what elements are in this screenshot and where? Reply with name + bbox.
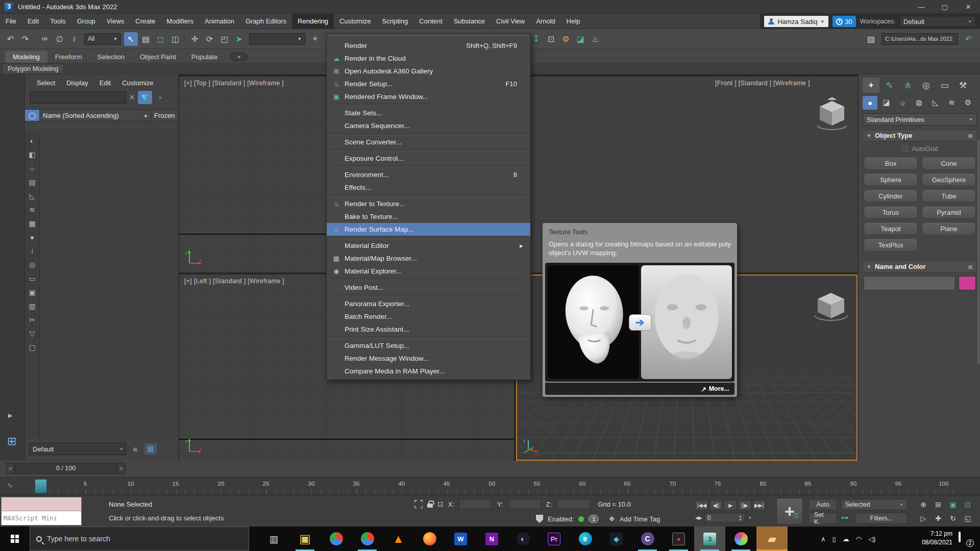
menu-item[interactable]: Camera Sequencer... — [327, 119, 530, 132]
menu-item[interactable]: Bake to Texture... — [327, 210, 530, 223]
maxscript-mini-listener[interactable]: MAXScript Mini — [1, 497, 82, 525]
menu-bar-item[interactable]: Group — [71, 14, 101, 29]
create-category-icon[interactable]: ☼ — [895, 96, 910, 110]
toolbar-icon[interactable]: ▤ — [139, 32, 153, 46]
name-color-rollout[interactable]: ▼ Name and Color ▦ — [863, 261, 977, 272]
tooltip-more-link[interactable]: ↗ More... — [545, 383, 734, 395]
menu-bar-item[interactable]: Modifiers — [161, 14, 199, 29]
toolbar-icon[interactable]: ◻ — [154, 32, 167, 46]
reference-coordinate-dropdown[interactable]: ▼ — [249, 33, 305, 45]
primitive-button[interactable]: Tube — [922, 189, 976, 203]
menu-bar-item[interactable]: Scripting — [377, 14, 414, 29]
notification-count-badge[interactable]: 1 — [589, 515, 599, 523]
toolbar-icon[interactable]: ↖ — [124, 32, 138, 46]
command-panel-tab-icon[interactable]: + — [863, 78, 879, 93]
set-key-button[interactable]: Set K. — [808, 513, 837, 524]
mini-curve-editor-icon[interactable]: ∿ — [7, 482, 13, 489]
display-filter-icon[interactable]: ▢ — [26, 340, 38, 354]
create-category-icon[interactable]: ● — [863, 96, 877, 110]
toolbar-icon[interactable]: ◫ — [168, 32, 182, 46]
menu-item[interactable]: State Sets... — [327, 107, 530, 119]
viewport-label[interactable]: [Front ] [Standard ] [Wireframe ] — [715, 80, 810, 87]
x-coordinate-field[interactable] — [459, 499, 493, 509]
toolbar-icon[interactable]: ➤ — [232, 32, 246, 46]
trial-days-badge[interactable]: 30 — [832, 16, 855, 27]
ribbon-tab[interactable]: Selection — [90, 51, 132, 63]
taskbar-app[interactable]: ◐ — [507, 527, 538, 551]
tray-icon[interactable]: ◠ — [856, 535, 862, 543]
viewport-nav-icon[interactable]: ✚ — [931, 512, 945, 525]
ribbon-tab[interactable]: Modeling — [5, 51, 47, 63]
menu-item[interactable]: Scene Converter... — [327, 136, 530, 148]
taskbar-clock[interactable]: 7:12 pm 08/08/2021 — [914, 530, 952, 547]
menu-item[interactable]: ♨ Render to Texture... — [327, 197, 530, 210]
menu-bar-item[interactable]: Rendering — [292, 14, 334, 29]
notification-center[interactable]: 2 — [959, 533, 971, 544]
menu-item[interactable]: Compare Media in RAM Player... — [327, 365, 530, 378]
create-category-icon[interactable]: ◺ — [928, 96, 943, 110]
viewport-label[interactable]: [+] [Top ] [Standard ] [Wireframe ] — [184, 80, 284, 87]
menu-item[interactable]: Print Size Assistant... — [327, 323, 530, 336]
filters-button[interactable]: Filters... — [855, 513, 908, 524]
display-filter-icon[interactable]: ☼ — [26, 161, 38, 175]
primitive-button[interactable]: Sphere — [864, 173, 918, 186]
menu-bar-item[interactable]: Substance — [448, 14, 491, 29]
toolbar-icon[interactable]: ◰ — [217, 32, 231, 46]
viewport-nav-icon[interactable]: ⊞ — [931, 498, 945, 511]
ribbon-tab[interactable]: Populate — [184, 51, 225, 63]
layers-icon[interactable]: ≡ — [129, 443, 141, 455]
menu-item[interactable]: Environment... 8 — [327, 168, 530, 181]
menu-bar-item[interactable]: Content — [413, 14, 448, 29]
display-filter-icon[interactable]: ▥ — [26, 299, 38, 313]
menu-bar-item[interactable]: Animation — [199, 14, 240, 29]
playback-button[interactable]: ||▶ — [738, 500, 751, 510]
viewport-layout-tabs-icon[interactable]: ⊞ — [4, 435, 19, 448]
toolbar-icon[interactable]: ⟳ — [203, 32, 216, 46]
toolbar-icon[interactable] — [33, 32, 37, 46]
primitive-button[interactable]: Teapot — [864, 222, 918, 235]
create-category-icon[interactable]: ≋ — [944, 96, 959, 110]
taskbar-app[interactable]: W — [445, 527, 476, 551]
display-filter-icon[interactable]: ✂ — [26, 313, 38, 327]
command-panel-tab-icon[interactable]: ▭ — [936, 78, 953, 93]
time-configuration-icon[interactable]: ◔ — [747, 514, 751, 522]
track-bar[interactable]: ∿ 05101520253035404550556065707580859095… — [0, 477, 980, 495]
menu-bar-item[interactable]: Create — [130, 14, 161, 29]
clear-search-icon[interactable]: ✕ — [129, 93, 135, 102]
add-time-tag[interactable]: Add Time Tag — [620, 515, 660, 523]
toolbar-icon[interactable]: ⌖ — [308, 32, 322, 46]
spinner-up-icon[interactable]: ▲ — [739, 514, 742, 518]
playback-button[interactable]: |◀◀ — [695, 500, 708, 510]
menu-item[interactable]: Effects... — [327, 181, 530, 194]
time-slider-handle[interactable] — [35, 479, 47, 493]
display-filter-icon[interactable]: ▩ — [26, 216, 38, 230]
spinner-down-icon[interactable]: ▼ — [739, 518, 742, 521]
scene-explorer-menu[interactable]: Select — [32, 79, 60, 87]
viewport-nav-icon[interactable]: ◱ — [961, 512, 975, 525]
display-filter-icon[interactable]: ◎ — [26, 258, 38, 271]
create-category-icon[interactable]: ◍ — [912, 96, 926, 110]
enabled-indicator[interactable] — [578, 516, 584, 522]
menu-bar-item[interactable]: Help — [561, 14, 586, 29]
history-icon[interactable]: ↶ — [962, 32, 975, 46]
primitive-button[interactable]: Plane — [922, 222, 976, 235]
previous-frame-button[interactable]: < — [6, 463, 15, 474]
menu-item[interactable]: ◉ Material Explorer... — [327, 265, 530, 278]
taskbar-app[interactable] — [725, 527, 756, 551]
taskbar-app[interactable] — [414, 527, 445, 551]
viewcube-icon[interactable] — [814, 96, 850, 135]
scene-explorer-menu[interactable]: Edit — [95, 79, 115, 87]
taskbar-app[interactable]: Pr — [538, 527, 570, 551]
toolbar-icon[interactable]: ↷ — [18, 32, 32, 46]
display-filter-icon[interactable]: ◐ — [26, 134, 38, 147]
display-filter-icon[interactable]: ▤ — [26, 175, 38, 189]
expand-arrow-icon[interactable]: ▶ — [8, 412, 12, 419]
viewport-nav-icon[interactable]: ↻ — [946, 512, 960, 525]
toolbar-icon[interactable]: ∅ — [53, 32, 66, 46]
menu-item[interactable] — [330, 278, 527, 281]
menu-tearoff-handle[interactable] — [330, 35, 527, 38]
viewport-nav-icon[interactable]: ⊡ — [961, 498, 975, 511]
y-coordinate-field[interactable] — [508, 499, 542, 509]
toolbar-icon[interactable]: ↶ — [4, 32, 17, 46]
maxscript-macro-row[interactable] — [2, 497, 81, 511]
